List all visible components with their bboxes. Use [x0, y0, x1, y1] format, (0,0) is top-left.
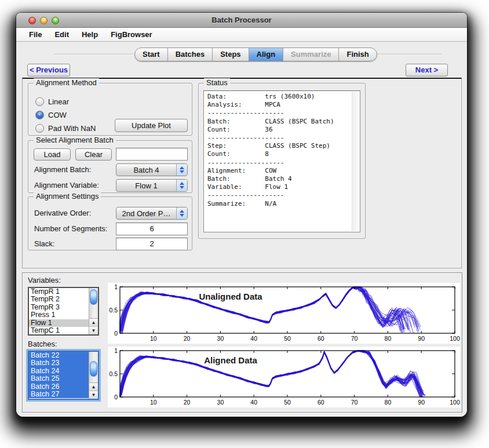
radio-option-cow[interactable]: COW — [35, 110, 67, 120]
list-item[interactable]: Flow 1 — [29, 319, 89, 327]
derivative-order-popup[interactable]: 2nd Order P… — [116, 207, 188, 220]
variables-scrollbar[interactable]: ▲ ▼ — [89, 288, 98, 334]
list-item[interactable]: Batch 24 — [29, 367, 89, 375]
x-tick-label: 30 — [217, 335, 224, 342]
tab-steps[interactable]: Steps — [213, 48, 249, 61]
tab-align[interactable]: Align — [249, 48, 284, 61]
tab-start[interactable]: Start — [135, 48, 168, 61]
status-line: Variable: Flow 1 — [207, 183, 349, 191]
y-tick-label: 1 — [114, 283, 118, 290]
list-item[interactable]: Batch 26 — [29, 383, 89, 391]
scroll-up-icon[interactable]: ▲ — [89, 319, 98, 327]
status-line: -------------------- — [207, 191, 349, 199]
slack-label: Slack: — [34, 239, 54, 248]
batch-file-field[interactable] — [116, 148, 188, 161]
list-item[interactable]: Batch 27 — [29, 391, 89, 398]
status-line: Count: 8 — [207, 150, 349, 158]
align-settings-panel: Alignment Method LinearCOWPad With NaN U… — [22, 78, 462, 268]
x-tick-label: 10 — [150, 399, 157, 406]
next-button[interactable]: Next > — [406, 64, 448, 77]
radio-option-linear[interactable]: Linear — [35, 96, 69, 107]
menu-item-help[interactable]: Help — [82, 30, 98, 39]
x-tick-label: 100 — [450, 399, 460, 406]
list-item[interactable]: Batch 23 — [29, 359, 89, 367]
y-tick-label: 0.5 — [109, 307, 118, 314]
previous-button[interactable]: < Previous — [27, 64, 70, 77]
unaligned-data-chart: 10203040506070809010000.51Unaligned Data — [108, 283, 460, 344]
tab-groove-left — [54, 54, 133, 55]
alignment-variable-popup[interactable]: Flow 1 — [116, 179, 188, 192]
y-tick-label: 0.5 — [109, 370, 118, 377]
status-line: Summarize: N/A — [207, 200, 349, 208]
update-plot-button[interactable]: Update Plot — [115, 119, 188, 132]
status-line: Step: CLASS (BSPC Step) — [207, 142, 349, 150]
list-item[interactable]: Batch 28 — [29, 398, 89, 399]
list-item[interactable]: Batch 25 — [29, 375, 89, 383]
menu-item-file[interactable]: File — [29, 30, 42, 39]
list-item[interactable]: TempC 1 — [29, 327, 89, 334]
x-tick-label: 70 — [351, 399, 358, 406]
derivative-order-value: 2nd Order P… — [116, 209, 176, 218]
batches-listbox[interactable]: Batch 22Batch 23Batch 24Batch 25Batch 26… — [28, 351, 99, 400]
scroll-down-icon[interactable]: ▼ — [89, 327, 98, 335]
select-alignment-batch-group: Select Alignment Batch Load Clear Alignm… — [28, 140, 192, 193]
alignment-method-title: Alignment Method — [34, 78, 99, 87]
alignment-variable-value: Flow 1 — [116, 181, 176, 190]
slack-field[interactable]: 2 — [116, 238, 188, 250]
menu-item-edit[interactable]: Edit — [54, 30, 69, 39]
window-content: StartBatchesStepsAlignSummarizeFinish < … — [16, 42, 467, 417]
radio-label: COW — [48, 111, 67, 119]
x-tick-label: 80 — [385, 335, 392, 342]
x-tick-label: 10 — [150, 335, 157, 342]
alignment-settings-title: Alignment Settings — [34, 192, 101, 201]
clear-button[interactable]: Clear — [75, 148, 112, 161]
tab-batches[interactable]: Batches — [168, 48, 213, 61]
derivative-order-label: Derivative Order: — [34, 209, 91, 217]
status-line: Batch: Batch 4 — [207, 175, 349, 183]
y-tick-label: 1 — [114, 347, 118, 354]
status-line: -------------------- — [207, 134, 349, 142]
radio-button-icon[interactable] — [35, 111, 44, 119]
aligned-data-chart: 10203040506070809010000.51Aligned Data — [108, 347, 460, 407]
status-line: -------------------- — [207, 159, 349, 167]
radio-button-icon[interactable] — [35, 124, 44, 133]
load-button[interactable]: Load — [34, 148, 71, 161]
alignment-variable-label: Alignment Variable: — [34, 181, 99, 190]
x-tick-label: 90 — [418, 335, 425, 342]
x-tick-label: 90 — [418, 399, 425, 406]
chart-title: Aligned Data — [204, 355, 257, 365]
scrollbar-thumb[interactable] — [90, 361, 97, 377]
status-line: Analysis: MPCA — [207, 101, 349, 109]
radio-button-icon[interactable] — [35, 97, 44, 106]
segments-field[interactable]: 6 — [116, 223, 188, 235]
alignment-batch-value: Batch 4 — [116, 166, 176, 174]
title-bar[interactable]: Batch Processor — [16, 13, 467, 28]
list-item[interactable]: Press 1 — [29, 311, 89, 319]
alignment-batch-popup[interactable]: Batch 4 — [116, 163, 188, 176]
x-tick-label: 60 — [318, 399, 324, 406]
list-item[interactable]: Batch 22 — [29, 352, 89, 359]
list-item[interactable]: TempR 1 — [29, 288, 89, 296]
scroll-down-icon[interactable]: ▼ — [89, 391, 98, 399]
batches-scrollbar[interactable]: ▲ ▼ — [89, 352, 98, 399]
tab-summarize: Summarize — [283, 48, 339, 61]
scrollbar-thumb[interactable] — [90, 289, 97, 305]
variables-label: Variables: — [28, 276, 61, 285]
list-item[interactable]: TempR 3 — [29, 304, 89, 311]
x-tick-label: 80 — [385, 399, 392, 406]
menu-item-figbrowser[interactable]: FigBrowser — [111, 30, 152, 39]
radio-label: Pad With NaN — [48, 124, 96, 133]
status-group: Status Data: trs (3600x10)Analysis: MPCA… — [198, 83, 366, 239]
scroll-up-icon[interactable]: ▲ — [89, 383, 98, 391]
window-title: Batch Processor — [16, 16, 467, 24]
radio-option-pad-with-nan[interactable]: Pad With NaN — [35, 123, 96, 133]
variables-listbox[interactable]: TempR 1TempR 2TempR 3Press 1Flow 1TempC … — [28, 287, 99, 336]
x-tick-label: 50 — [284, 399, 291, 406]
x-tick-label: 50 — [284, 335, 291, 342]
list-item[interactable]: TempR 2 — [29, 296, 89, 303]
tab-finish[interactable]: Finish — [339, 48, 376, 61]
x-tick-label: 40 — [250, 335, 257, 342]
status-scrollbar[interactable] — [352, 92, 359, 231]
plots-panel: Variables: TempR 1TempR 2TempR 3Press 1F… — [22, 272, 462, 413]
status-line: -------------------- — [207, 109, 349, 117]
